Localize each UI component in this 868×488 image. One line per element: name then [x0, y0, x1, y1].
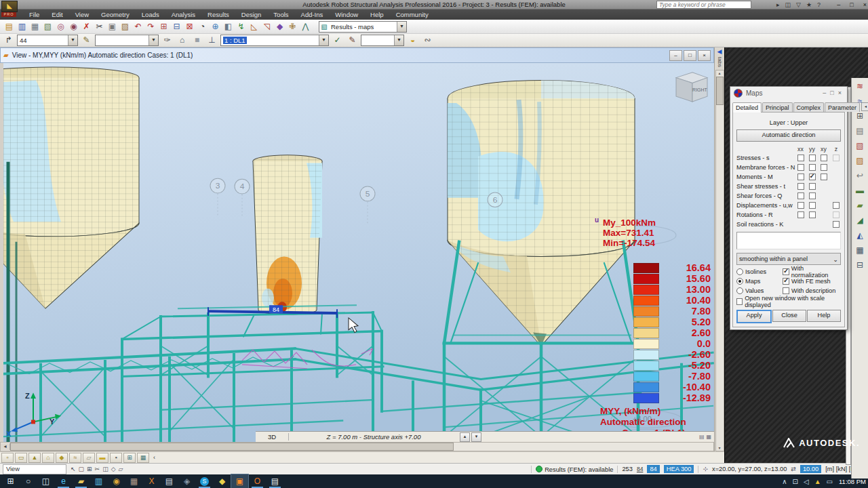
tray-expand-icon[interactable]: ∧ [782, 478, 787, 485]
maps-minimize-button[interactable]: – [821, 89, 828, 96]
home-view-icon[interactable]: ⌂ [176, 35, 189, 46]
radio-values[interactable]: Values [736, 287, 783, 295]
tab-parameter[interactable]: Parameter [825, 102, 860, 112]
display-diagrams-icon[interactable]: ▱ [83, 453, 95, 463]
minimize-button[interactable]: – [837, 1, 840, 8]
menu-item[interactable]: Tools [267, 11, 294, 18]
redo-icon[interactable]: ↷ [144, 21, 157, 33]
edge-browser-icon[interactable]: e [55, 474, 72, 488]
file-explorer-icon[interactable]: ▰ [73, 474, 90, 488]
checkbox-z[interactable] [833, 155, 840, 161]
restore-button[interactable]: □ [850, 1, 853, 8]
scrollbar-thumb[interactable] [10, 443, 454, 451]
select-window-icon[interactable]: ▢ [79, 466, 85, 472]
tab-complex[interactable]: Complex [793, 102, 825, 112]
clock[interactable]: 11:08 PM [839, 478, 866, 485]
menu-item[interactable]: Geometry [95, 11, 136, 18]
zoom-icon[interactable]: ◔ [196, 21, 209, 33]
chrome-icon[interactable]: ◉ [108, 474, 125, 488]
view-list-icon[interactable]: ▤ [699, 434, 705, 440]
picture-icon[interactable]: ◉ [67, 21, 80, 33]
render-icon[interactable]: ◆ [273, 21, 286, 33]
menu-item[interactable]: Community [390, 11, 435, 18]
checkbox-xy[interactable] [821, 155, 827, 161]
tab-detailed[interactable]: Detailed [732, 102, 762, 113]
print-preview-icon[interactable]: ▧ [41, 21, 54, 33]
search-dropdown-icon[interactable]: ▸ [776, 1, 780, 8]
close-button[interactable]: × [863, 1, 867, 8]
volume-icon[interactable]: ◁ [804, 478, 809, 485]
app-icon-2[interactable]: X [143, 474, 160, 488]
structure-type-icon[interactable]: ⋀ [299, 21, 312, 33]
radio-button[interactable] [736, 287, 743, 294]
grid-snap-icon[interactable]: ⊞ [87, 466, 92, 472]
options-more-icon[interactable]: ‹ [153, 454, 155, 461]
view-window-titlebar[interactable]: ▰ View - MY,MYY (kNm/m) Automatic direct… [0, 47, 714, 63]
node-tool-icon[interactable]: ↯ [235, 21, 248, 33]
option-checkbox[interactable] [783, 268, 789, 275]
view-maximize-button[interactable]: □ [684, 50, 696, 61]
horizontal-scrollbar[interactable]: ◂ [0, 442, 714, 451]
view-pages-icon[interactable]: ▦ [706, 434, 711, 440]
display-maps-icon[interactable]: ▬ [96, 453, 108, 463]
view-mode-3d[interactable]: 3D [256, 433, 289, 441]
collapse-panel-arrow-icon[interactable]: ◀ [717, 47, 722, 56]
undo-icon[interactable]: ↶ [132, 21, 144, 33]
task-view-button[interactable]: ◫ [37, 474, 54, 488]
cut-plane-icon[interactable]: ✂ [95, 466, 100, 472]
results-terrain-icon[interactable]: ◢ [856, 216, 863, 225]
screen-capture-icon[interactable]: ◎ [54, 21, 67, 33]
scroll-down-button[interactable]: ▾ [718, 445, 720, 451]
results-table-icon[interactable]: ⊟ [856, 261, 863, 270]
iso-view-icon[interactable]: ◇ [111, 466, 116, 472]
open-new-window-checkbox[interactable] [736, 298, 743, 305]
notes-app-icon[interactable]: ▤ [267, 474, 283, 488]
notifications-icon[interactable]: ▭ [827, 478, 833, 485]
display-values-icon[interactable]: ▪ [110, 453, 122, 463]
view-close-button[interactable]: × [698, 50, 711, 61]
checkbox-z[interactable] [833, 202, 840, 209]
lock-results-icon[interactable]: ⊠ [183, 21, 196, 33]
checkbox-z[interactable] [833, 211, 840, 218]
copy-icon[interactable]: ▣ [106, 21, 119, 33]
display-axes-icon[interactable]: ⊞ [123, 453, 136, 463]
view-minimize-button[interactable]: – [669, 50, 682, 61]
checkbox-xx[interactable] [797, 202, 804, 209]
paste-icon[interactable]: ▨ [119, 21, 132, 33]
radio-button[interactable] [736, 278, 743, 285]
display-supports-icon[interactable]: ▲ [28, 453, 41, 463]
checkbox-xx[interactable] [797, 174, 804, 180]
print-icon[interactable]: ▦ [28, 21, 41, 33]
results-map-icon[interactable]: ▰ [856, 201, 863, 210]
results-mesh-icon[interactable]: ▦ [856, 246, 863, 255]
view-manager-icon[interactable]: ◧ [222, 21, 235, 33]
option-checkbox[interactable] [783, 278, 789, 285]
results-diagram-icon[interactable]: ≋ [856, 82, 863, 91]
menu-item[interactable]: File [23, 11, 45, 18]
tab-scroll-arrow[interactable]: ◂ [861, 102, 868, 111]
checkbox-yy[interactable] [809, 202, 816, 209]
radio-maps[interactable]: Maps [736, 277, 783, 285]
check-with-normalization[interactable]: With normalization [783, 268, 841, 276]
menu-item[interactable]: Results [201, 11, 235, 18]
vscrollbar-thumb[interactable] [716, 77, 724, 105]
checkbox-z[interactable] [833, 221, 840, 228]
calculator-icon[interactable]: ⊞ [157, 21, 170, 33]
cut-icon[interactable]: ✂ [93, 21, 106, 33]
results-chart-icon[interactable]: ◭ [856, 231, 863, 240]
store-icon[interactable]: ▥ [90, 474, 107, 488]
display-deformation-icon[interactable]: ≈ [69, 453, 81, 463]
menu-item[interactable]: Analysis [165, 11, 201, 18]
maps-close-button[interactable]: × [836, 89, 844, 96]
checkbox-xx[interactable] [797, 211, 804, 218]
color-box-icon[interactable]: ■ [191, 35, 203, 46]
display-bars-icon[interactable]: ▭ [15, 453, 27, 463]
app-icon-1[interactable]: ▦ [125, 474, 142, 488]
menu-item[interactable]: Design [235, 11, 268, 18]
sign-in-icon[interactable]: ▽ [796, 1, 801, 8]
scroll-up-button[interactable]: ▴ [718, 70, 720, 76]
vertical-scrollbar[interactable]: ▴ ▾ [715, 70, 724, 451]
viewport-3d[interactable]: 84 34 56 [0, 63, 714, 442]
box-view-icon[interactable]: ▱ [119, 466, 123, 472]
perspective-toggle-icon[interactable]: ∾ [421, 35, 434, 46]
